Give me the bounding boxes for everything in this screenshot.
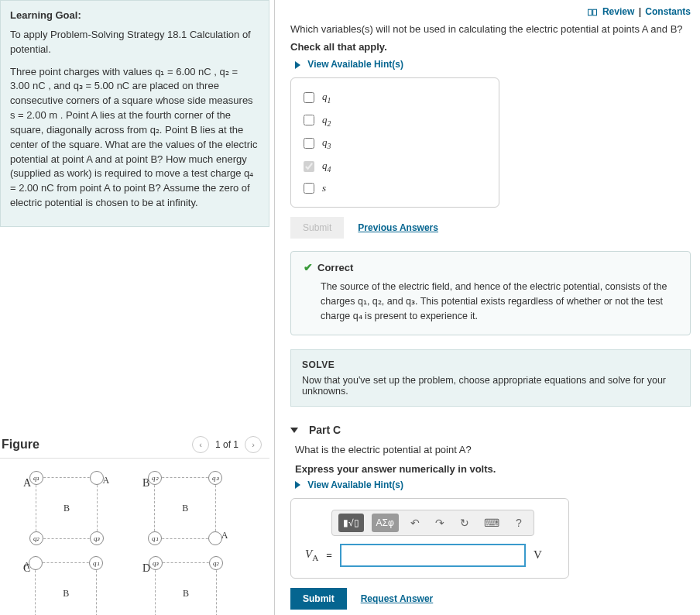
goal-heading: Learning Goal:	[10, 9, 259, 23]
partc-instruction: Express your answer numerically in volts…	[295, 463, 496, 475]
submit-button[interactable]: Submit	[290, 588, 347, 610]
checkmark-icon: ✔	[304, 261, 313, 273]
figure-diagram-d: D q₃q₂ Aq₁ B	[142, 562, 259, 615]
hints-toggle[interactable]: View Available Hint(s)	[295, 59, 691, 70]
equation-toolbar: ▮√▯ ΑΣφ ↶ ↷ ↻ ⌨ ?	[331, 510, 534, 536]
submit-button-disabled: Submit	[290, 217, 344, 239]
answer-variable: VA	[305, 548, 318, 562]
question-text: Which variables(s) will not be used in c…	[290, 23, 691, 35]
solve-box: SOLVE Now that you've set up the problem…	[290, 349, 691, 407]
chevron-right-icon	[295, 61, 300, 69]
opt-q2-checkbox[interactable]	[304, 115, 314, 125]
opt-s-checkbox[interactable]	[304, 183, 314, 194]
keyboard-icon[interactable]: ⌨	[481, 514, 503, 532]
book-icon	[588, 9, 597, 16]
svg-rect-1	[592, 9, 596, 15]
figure-diagram-c: C Aq₁ q₂q₃ B	[23, 562, 139, 615]
svg-rect-0	[588, 9, 592, 15]
opt-q1-checkbox[interactable]	[304, 92, 314, 103]
learning-goal-panel: Learning Goal: To apply Problem-Solving …	[0, 0, 269, 227]
figure-diagram-a: A q₁A q₂q₃ B	[23, 477, 139, 539]
constants-link[interactable]: Constants	[645, 6, 691, 17]
opt-q3-checkbox[interactable]	[304, 138, 314, 149]
figure-page: 1 of 1	[215, 439, 238, 450]
options-panel: q1 q2 q3 q4 s	[290, 77, 499, 208]
figure-diagram-b: B q₂q₃ q₁A B	[142, 477, 259, 539]
previous-answers-link[interactable]: Previous Answers	[358, 222, 438, 233]
figure-title: Figure	[2, 438, 39, 452]
undo-icon[interactable]: ↶	[407, 514, 424, 532]
answer-unit: V	[534, 548, 542, 562]
redo-icon[interactable]: ↷	[431, 514, 448, 532]
answer-panel: ▮√▯ ΑΣφ ↶ ↷ ↻ ⌨ ? VA = V	[290, 498, 569, 579]
figure-section: Figure ‹ 1 of 1 › A q₁A q₂q₃ B	[0, 436, 269, 615]
review-link[interactable]: Review	[602, 6, 634, 17]
chevron-right-icon	[295, 481, 300, 489]
answer-input[interactable]	[340, 544, 526, 567]
feedback-box: ✔Correct The source of the electric fiel…	[290, 251, 691, 335]
top-links: Review | Constants	[290, 6, 691, 17]
request-answer-link[interactable]: Request Answer	[361, 593, 434, 604]
goal-intro: To apply Problem-Solving Strategy 18.1 C…	[10, 28, 259, 57]
check-instruction: Check all that apply.	[290, 41, 387, 53]
partc-question: What is the electric potential at point …	[295, 444, 691, 455]
opt-q4-checkbox	[304, 161, 314, 172]
figure-next-button[interactable]: ›	[245, 436, 262, 453]
feedback-body: The source of the electric field, and he…	[304, 280, 678, 323]
help-icon[interactable]: ?	[510, 514, 527, 532]
partc-hints-toggle[interactable]: View Available Hint(s)	[295, 479, 691, 490]
caret-down-icon	[290, 428, 298, 433]
goal-body: Three point charges with values q₁ = 6.0…	[10, 65, 259, 211]
reset-icon[interactable]: ↻	[456, 514, 473, 532]
part-c-header[interactable]: Part C	[290, 424, 691, 436]
sigma-tool[interactable]: ΑΣφ	[372, 514, 399, 532]
template-tool[interactable]: ▮√▯	[338, 514, 364, 532]
figure-prev-button[interactable]: ‹	[192, 436, 209, 453]
